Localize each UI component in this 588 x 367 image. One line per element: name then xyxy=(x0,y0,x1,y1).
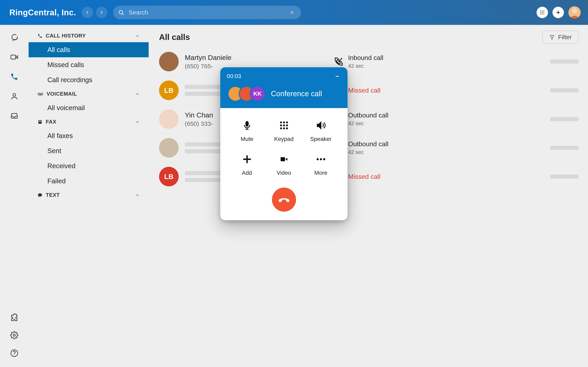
nav-item-all-calls[interactable]: All calls xyxy=(29,42,149,57)
call-control-speaker[interactable]: Speaker xyxy=(302,119,339,142)
svg-point-11 xyxy=(542,13,543,14)
hang-up-button[interactable] xyxy=(272,188,296,212)
call-row[interactable]: LB Missed call xyxy=(149,162,588,191)
call-participants: KK xyxy=(228,86,265,101)
nav-back-button[interactable] xyxy=(82,7,93,18)
row-avatar xyxy=(159,52,179,71)
svg-rect-30 xyxy=(246,122,248,126)
avatar-icon xyxy=(568,6,581,18)
call-control-more[interactable]: More xyxy=(302,153,339,176)
control-label: Video xyxy=(277,170,291,176)
row-right xyxy=(550,88,579,92)
row-avatar: LB xyxy=(159,167,179,186)
rail-apps[interactable] xyxy=(9,312,20,323)
section-header-fax[interactable]: FAX xyxy=(29,115,149,128)
rail-inbox[interactable] xyxy=(9,110,20,122)
call-type-label: Missed call xyxy=(348,87,380,94)
section-header-text[interactable]: TEXT xyxy=(29,189,149,201)
speaker-icon xyxy=(315,119,327,132)
row-avatar xyxy=(159,138,179,158)
nav-item-failed[interactable]: Failed xyxy=(29,174,149,189)
rail-phone[interactable] xyxy=(9,71,20,82)
profile-avatar[interactable] xyxy=(568,6,581,18)
call-row[interactable]: Outbound call 42 sec xyxy=(149,133,588,162)
rail-help[interactable] xyxy=(9,347,20,359)
nav-item-call-recordings[interactable]: Call recordings xyxy=(29,72,149,87)
call-timer: 00:03 xyxy=(227,73,241,80)
nav-item-all-faxes[interactable]: All faxes xyxy=(29,128,149,143)
call-control-keypad[interactable]: Keypad xyxy=(265,119,302,142)
call-row[interactable]: LB Missed call xyxy=(149,76,588,105)
search-input[interactable] xyxy=(129,9,288,16)
search-icon xyxy=(118,9,124,16)
dialpad-button[interactable] xyxy=(536,7,548,18)
control-label: Add xyxy=(242,170,252,176)
history-nav xyxy=(82,7,107,18)
call-row[interactable]: Martyn Daniele (650) 765- Inbound call 4… xyxy=(149,47,588,76)
section-header-call-history[interactable]: CALL HISTORY xyxy=(29,29,149,42)
nav-item-sent[interactable]: Sent xyxy=(29,143,149,158)
page-title: All calls xyxy=(159,33,190,42)
call-duration: 42 sec xyxy=(348,149,388,155)
minimize-call-button[interactable] xyxy=(334,73,341,80)
mute-icon xyxy=(242,119,252,132)
fax-icon xyxy=(38,119,43,124)
section-header-voicemail[interactable]: VOICEMAIL xyxy=(29,87,149,100)
content-area: All calls Filter Martyn Daniele (650) 76… xyxy=(149,25,588,367)
svg-point-37 xyxy=(283,124,285,126)
gear-icon xyxy=(10,331,18,339)
rail-contacts[interactable] xyxy=(9,91,20,102)
placeholder xyxy=(550,59,579,64)
svg-point-7 xyxy=(540,12,541,13)
filter-button[interactable]: Filter xyxy=(543,31,579,44)
call-panel-header: 00:03 KK Conference call xyxy=(220,67,347,108)
nav-item-missed-calls[interactable]: Missed calls xyxy=(29,57,149,72)
top-bar: RingCentral, Inc. xyxy=(0,0,588,25)
call-row[interactable]: Yin Chan (650) 333- Outbound call 42 sec xyxy=(149,105,588,133)
add-icon xyxy=(242,153,252,166)
search-field[interactable] xyxy=(113,6,301,19)
more-icon xyxy=(316,153,326,166)
svg-marker-42 xyxy=(317,122,321,129)
row-right xyxy=(550,146,579,150)
svg-point-33 xyxy=(280,122,282,124)
section-label: TEXT xyxy=(46,192,132,198)
puzzle-icon xyxy=(10,313,18,321)
svg-marker-28 xyxy=(550,35,554,39)
call-type-label: Outbound call xyxy=(348,111,388,119)
nav-forward-button[interactable] xyxy=(96,7,107,18)
call-control-add[interactable]: Add xyxy=(228,153,265,176)
new-action-button[interactable] xyxy=(553,7,564,18)
nav-item-received[interactable]: Received xyxy=(29,158,149,174)
svg-point-34 xyxy=(283,122,285,124)
call-control-video[interactable]: Video xyxy=(265,153,302,176)
svg-point-12 xyxy=(543,13,544,14)
svg-point-5 xyxy=(542,10,543,11)
nav-item-all-voicemail[interactable]: All voicemail xyxy=(29,100,149,115)
rail-settings[interactable] xyxy=(9,329,20,341)
call-direction-icon xyxy=(334,57,344,67)
svg-point-24 xyxy=(41,93,43,95)
rail-messages[interactable] xyxy=(9,32,20,43)
section-label: FAX xyxy=(46,119,132,125)
clear-search-button[interactable] xyxy=(288,8,296,17)
call-control-mute[interactable]: Mute xyxy=(228,119,265,142)
call-type: Inbound call 42 sec xyxy=(334,54,383,69)
control-label: Speaker xyxy=(310,136,331,142)
svg-point-35 xyxy=(286,122,288,124)
close-icon xyxy=(290,10,294,15)
section-label: VOICEMAIL xyxy=(47,91,132,97)
call-title: Conference call xyxy=(271,90,322,98)
svg-rect-17 xyxy=(11,55,16,59)
placeholder xyxy=(550,146,579,150)
row-name: Martyn Daniele xyxy=(185,54,326,62)
svg-point-20 xyxy=(13,334,15,336)
rail-video[interactable] xyxy=(9,51,20,63)
minimize-icon xyxy=(335,74,340,79)
section-nav: CALL HISTORY All callsMissed callsCall r… xyxy=(29,25,149,367)
phone-small-icon xyxy=(38,33,43,38)
svg-point-23 xyxy=(38,93,40,95)
dialpad-icon xyxy=(540,10,545,15)
brand-title: RingCentral, Inc. xyxy=(9,8,76,17)
top-right-controls xyxy=(536,6,581,18)
